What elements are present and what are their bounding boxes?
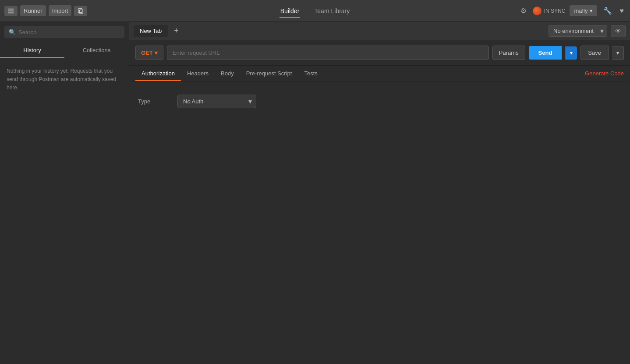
url-input[interactable] [167,46,489,60]
wrench-icon-btn[interactable]: 🔧 [602,5,614,17]
search-icon: 🔍 [9,29,16,35]
save-button[interactable]: Save [580,46,609,60]
sync-indicator: IN SYNC [533,7,566,15]
search-input[interactable] [18,29,120,35]
history-tab[interactable]: History [0,42,64,58]
auth-type-select-wrapper: No Auth Bearer Token Basic Auth API Key … [177,95,256,108]
main-content: 🔍 History Collections Nothing in your hi… [0,22,630,364]
auth-section: Type No Auth Bearer Token Basic Auth API… [129,81,630,121]
environment-select[interactable]: No environment [549,25,607,37]
save-dropdown-button[interactable]: ▾ [612,46,624,60]
environment-select-wrapper: No environment [549,25,607,37]
svg-rect-2 [8,12,14,13]
auth-type-label: Type [138,95,164,105]
tab-authorization[interactable]: Authorization [135,66,181,81]
sidebar-empty-message: Nothing in your history yet. Requests th… [0,58,129,101]
search-box: 🔍 [4,26,124,38]
add-tab-button[interactable]: + [170,25,182,37]
top-bar: Runner Import Builder Team Library ⚙ IN … [0,0,630,22]
auth-type-select[interactable]: No Auth Bearer Token Basic Auth API Key … [177,95,256,108]
tab-headers[interactable]: Headers [181,66,215,81]
top-bar-right: ⚙ IN SYNC mafly ▾ 🔧 ♥ [494,5,626,17]
team-library-tab[interactable]: Team Library [313,6,350,16]
method-dropdown-button[interactable]: GET ▾ [135,46,163,60]
params-button[interactable]: Params [492,46,525,60]
builder-tab[interactable]: Builder [280,6,301,16]
svg-rect-3 [78,8,82,12]
request-bar: GET ▾ Params Send ▾ Save ▾ [129,40,630,66]
tab-body[interactable]: Body [215,66,240,81]
tab-bar-right: No environment 👁 [549,25,626,37]
svg-rect-0 [8,8,14,9]
tab-tests[interactable]: Tests [298,66,323,81]
import-button[interactable]: Import [49,5,72,16]
sidebar: 🔍 History Collections Nothing in your hi… [0,22,129,364]
generate-code-button[interactable]: Generate Code [585,66,624,81]
sync-dot [533,7,542,15]
svg-rect-1 [8,11,14,11]
new-tab-button[interactable]: New Tab [134,25,168,37]
request-section-tabs: Authorization Headers Body Pre-request S… [129,66,630,81]
top-bar-left: Runner Import [4,5,136,16]
tab-bar: New Tab + No environment 👁 [129,22,630,40]
send-dropdown-button[interactable]: ▾ [565,46,577,60]
user-button[interactable]: mafly ▾ [570,5,597,16]
settings-icon-btn[interactable]: ⚙ [519,5,528,17]
collections-tab[interactable]: Collections [64,42,129,58]
tab-pre-request-script[interactable]: Pre-request Script [240,66,298,81]
runner-button[interactable]: Runner [20,5,46,16]
send-button[interactable]: Send [529,46,562,60]
sidebar-toggle-button[interactable] [4,6,18,16]
heart-icon-btn[interactable]: ♥ [618,5,626,17]
sidebar-tabs: History Collections [0,42,129,58]
eye-button[interactable]: 👁 [611,25,626,37]
workspace: New Tab + No environment 👁 GET ▾ Params [129,22,630,364]
top-bar-center: Builder Team Library [136,6,494,16]
new-window-button[interactable] [74,6,87,16]
